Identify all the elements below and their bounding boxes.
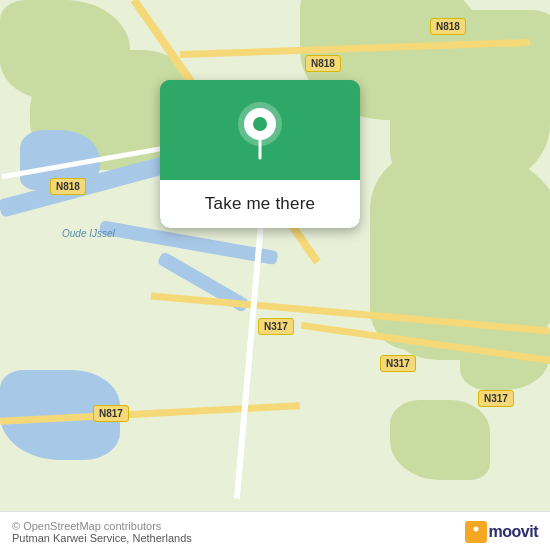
location-name: Putman Karwei Service, Netherlands xyxy=(12,532,192,544)
road-label-n317-right: N317 xyxy=(478,390,514,407)
copyright-text: © OpenStreetMap contributors xyxy=(12,520,161,532)
location-pin-icon xyxy=(233,102,287,162)
bottom-left: © OpenStreetMap contributors Putman Karw… xyxy=(12,520,192,544)
green-area-9 xyxy=(390,400,490,480)
take-me-there-button[interactable]: Take me there xyxy=(160,180,360,228)
road-label-n317-mid: N317 xyxy=(258,318,294,335)
bottom-bar: © OpenStreetMap contributors Putman Karw… xyxy=(0,511,550,550)
road-label-n818-mid: N818 xyxy=(305,55,341,72)
popup-icon-area xyxy=(160,80,360,180)
moovit-logo-icon xyxy=(465,521,487,543)
road-label-n317-mid2: N317 xyxy=(380,355,416,372)
moovit-logo: moovit xyxy=(465,521,538,543)
popup-card: Take me there xyxy=(160,80,360,228)
road-label-n817: N817 xyxy=(93,405,129,422)
svg-point-4 xyxy=(473,527,478,532)
svg-point-2 xyxy=(253,117,267,131)
river-label: Oude IJssel xyxy=(62,228,115,239)
road-label-n818-top: N818 xyxy=(430,18,466,35)
map-container: N818 N818 N818 N317 N317 N317 N817 Oude … xyxy=(0,0,550,550)
road-label-n818-left: N818 xyxy=(50,178,86,195)
moovit-pin-svg xyxy=(468,523,484,541)
moovit-text: moovit xyxy=(489,523,538,541)
moovit-logo-area: moovit xyxy=(465,521,538,543)
